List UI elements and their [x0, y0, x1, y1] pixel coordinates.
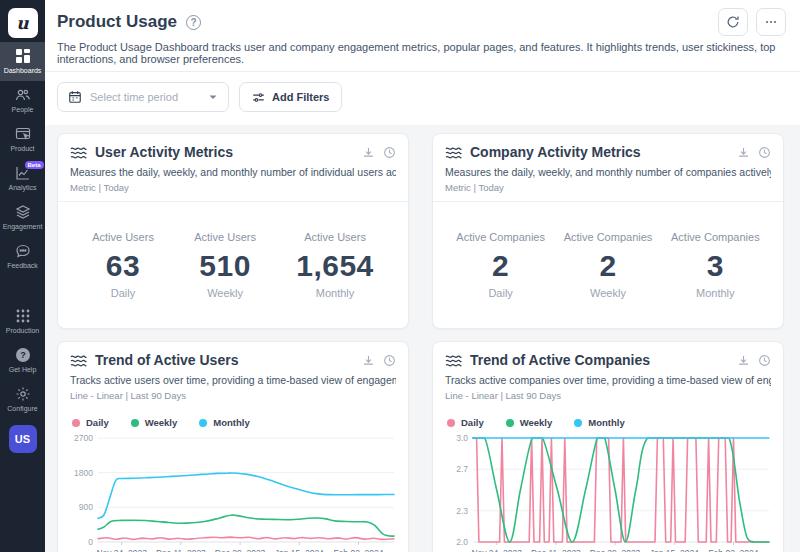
sidebar-item-dashboards[interactable]: Dashboards [0, 42, 45, 81]
sidebar-item-people[interactable]: People [0, 81, 45, 120]
people-icon [15, 87, 31, 103]
metric-period: Monthly [296, 287, 374, 299]
legend-dot-monthly [199, 419, 207, 427]
sidebar-item-configure[interactable]: Configure [0, 380, 45, 419]
card-user-activity-metrics: User Activity Metrics Measures the daily… [57, 133, 409, 329]
analytics-icon: Beta [15, 165, 31, 181]
metric-period: Monthly [671, 287, 760, 299]
svg-text:2.0: 2.0 [456, 537, 468, 547]
sidebar-item-product[interactable]: Product [0, 120, 45, 159]
metric-label: Active Companies [564, 231, 653, 243]
svg-text:Dec 11, 2023: Dec 11, 2023 [531, 548, 581, 552]
metric-value: 2 [564, 249, 653, 283]
sidebar-item-analytics[interactable]: Beta Analytics [0, 159, 45, 198]
card-company-activity-metrics: Company Activity Metrics Measures the da… [432, 133, 784, 329]
svg-text:900: 900 [79, 502, 93, 512]
download-icon[interactable] [362, 146, 375, 159]
title-help-icon[interactable]: ? [186, 15, 201, 30]
download-icon[interactable] [737, 146, 750, 159]
sidebar-item-label: Engagement [3, 223, 43, 230]
userpilot-logo[interactable]: u [8, 8, 38, 38]
metric-label: Active Companies [671, 231, 760, 243]
metric-monthly-active-companies: Active Companies 3 Monthly [671, 231, 760, 299]
legend-dot-weekly [506, 419, 514, 427]
metric-value: 3 [671, 249, 760, 283]
legend-item-monthly[interactable]: Monthly [199, 417, 249, 428]
clock-icon[interactable] [758, 146, 771, 159]
sidebar-item-label: Product [10, 145, 34, 152]
legend-dot-daily [72, 419, 80, 427]
svg-text:Dec 29, 2023: Dec 29, 2023 [590, 548, 641, 552]
more-options-button[interactable] [756, 8, 786, 36]
refresh-button[interactable] [718, 8, 748, 36]
legend-label: Monthly [588, 417, 624, 428]
dashboard-content: User Activity Metrics Measures the daily… [45, 125, 800, 552]
svg-text:1800: 1800 [74, 468, 93, 478]
download-icon[interactable] [737, 354, 750, 367]
legend-item-daily[interactable]: Daily [447, 417, 484, 428]
trend-chart-icon [70, 353, 87, 368]
metric-daily-active-companies: Active Companies 2 Daily [456, 231, 545, 299]
metric-label: Active Companies [456, 231, 545, 243]
beta-badge: Beta [25, 161, 44, 169]
sidebar-item-label: Dashboards [4, 67, 42, 74]
legend-label: Weekly [520, 417, 553, 428]
sidebar-item-engagement[interactable]: Engagement [0, 198, 45, 237]
chart-legend: Daily Weekly Monthly [433, 409, 783, 430]
legend-label: Daily [86, 417, 109, 428]
download-icon[interactable] [362, 354, 375, 367]
add-filters-label: Add Filters [272, 91, 329, 103]
chart-active-users: 270018009000Nov 24, 2023Dec 11, 2023Dec … [58, 430, 408, 552]
sidebar-item-label: People [12, 106, 34, 113]
legend-dot-daily [447, 419, 455, 427]
filter-bar: Select time period Add Filters [45, 72, 800, 125]
svg-text:Jan 15, 2024: Jan 15, 2024 [650, 548, 699, 552]
metric-weekly-active-users: Active Users 510 Weekly [194, 231, 256, 299]
card-trend-active-companies: Trend of Active Companies Tracks active … [432, 341, 784, 552]
metric-value: 2 [456, 249, 545, 283]
chat-bubble-icon [15, 243, 31, 259]
clock-icon[interactable] [383, 354, 396, 367]
sidebar-item-feedback[interactable]: Feedback [0, 237, 45, 276]
metric-label: Active Users [92, 231, 154, 243]
legend-item-monthly[interactable]: Monthly [574, 417, 624, 428]
card-meta: Line - Linear | Last 90 Days [70, 390, 396, 401]
metric-value: 1,654 [296, 249, 374, 283]
sidebar-item-production[interactable]: Production [0, 302, 45, 341]
legend-item-weekly[interactable]: Weekly [131, 417, 178, 428]
user-avatar[interactable]: US [9, 425, 37, 453]
metric-period: Weekly [194, 287, 256, 299]
legend-label: Monthly [213, 417, 249, 428]
metric-monthly-active-users: Active Users 1,654 Monthly [296, 231, 374, 299]
legend-dot-monthly [574, 419, 582, 427]
legend-item-daily[interactable]: Daily [72, 417, 109, 428]
card-description: Tracks active companies over time, provi… [445, 374, 771, 386]
sidebar-item-label: Get Help [9, 366, 37, 373]
card-meta: Metric | Today [70, 182, 396, 193]
dashboards-icon [15, 48, 31, 64]
chevron-down-icon [208, 92, 218, 102]
card-meta: Metric | Today [445, 182, 771, 193]
help-circle-icon: ? [15, 347, 31, 363]
clock-icon[interactable] [758, 354, 771, 367]
svg-text:Nov 24, 2023: Nov 24, 2023 [471, 548, 522, 552]
svg-text:Dec 11, 2023: Dec 11, 2023 [156, 548, 206, 552]
card-trend-active-users: Trend of Active Users Tracks active user… [57, 341, 409, 552]
time-period-select[interactable]: Select time period [57, 82, 229, 112]
svg-text:Feb 02, 2024: Feb 02, 2024 [333, 548, 383, 552]
sidebar: u Dashboards People Product Beta Anal [0, 0, 45, 552]
svg-text:?: ? [20, 350, 26, 360]
svg-text:Feb 02, 2024: Feb 02, 2024 [708, 548, 758, 552]
sidebar-item-get-help[interactable]: ? Get Help [0, 341, 45, 380]
add-filters-button[interactable]: Add Filters [239, 82, 342, 112]
metric-period: Daily [456, 287, 545, 299]
legend-item-weekly[interactable]: Weekly [506, 417, 553, 428]
svg-text:2.3: 2.3 [456, 506, 468, 516]
layers-icon [15, 204, 31, 220]
clock-icon[interactable] [383, 146, 396, 159]
metric-weekly-active-companies: Active Companies 2 Weekly [564, 231, 653, 299]
card-description: Measures the daily, weekly, and monthly … [70, 166, 396, 178]
svg-text:Dec 29, 2023: Dec 29, 2023 [215, 548, 266, 552]
refresh-icon [726, 15, 740, 29]
metric-label: Active Users [296, 231, 374, 243]
